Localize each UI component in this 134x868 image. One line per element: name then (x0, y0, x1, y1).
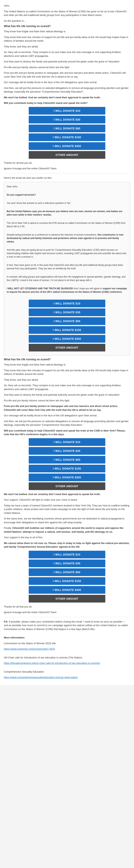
donate-section-2: I WILL DONATE $10 I WILL DONATE $30 I WI… (4, 438, 130, 490)
donate-60-btn-2[interactable]: I WILL DONATE $60 (29, 456, 105, 464)
donate-30-btn-3[interactable]: I WILL DONATE $30 (29, 560, 105, 567)
donate-other-btn-inner[interactable]: OTHER AMOUNT (29, 344, 105, 351)
donate-60-btn-1[interactable]: I WILL DONATE $60 (29, 125, 105, 132)
inner-para-2: But the United Nations says you do becau… (7, 210, 127, 217)
commission-link-label: Commission on the Status of Women 2023 s… (4, 642, 130, 645)
donate-10-btn-2[interactable]: I WILL DONATE $10 (29, 438, 105, 446)
inner-email: Dear John, Do you support terrorists? Yo… (4, 182, 130, 355)
more-info-label: More Information: (4, 636, 130, 640)
scared-para-4: So, they call us terrorists. They conspi… (4, 50, 130, 58)
contribute-question-1: Will you contribute today to help Citize… (4, 101, 130, 105)
s2-para-12: Finally, CitizenGO will mobilize our mil… (4, 526, 130, 534)
s2-para-11: At the same time, we are identifying cou… (4, 517, 130, 524)
here-is-email: Here's the email we sent you earlier on … (4, 176, 130, 180)
donate-150-btn-1[interactable]: I WILL DONATE $150 (29, 133, 105, 141)
inner-greeting: Dear John, (7, 185, 127, 188)
inner-para-4: Despite being promoted as a conference t… (7, 233, 127, 243)
s2-para-2: They know that even five minutes of supp… (4, 369, 130, 376)
support-para: Your support, CitizenGO will fight to ma… (4, 498, 130, 502)
s2-para-1: They know how fragile and false their ra… (4, 363, 130, 367)
scared-para-8: Our message will be boldly thrust in the… (4, 81, 130, 84)
s2-para-13: Your support is the key to all of this. (4, 535, 130, 539)
scared-para-7: From pro-life and pro-family posters to … (4, 71, 130, 79)
commission-url[interactable]: https://www.unwomen.org/en/csw/csw67-202… (4, 647, 55, 650)
donate-10-btn-inner[interactable]: I WILL DONATE $10 (29, 300, 105, 307)
s2-para-8: Our message will be boldly thrust in the… (4, 414, 130, 417)
s2-para-6: Pro-life and pro-family citizens cannot … (4, 399, 130, 403)
un-chair-label: UN Chair calls for Introduction of sex e… (4, 656, 130, 659)
s2-para-7: From pro-life and pro-family posters to … (4, 404, 130, 412)
scared-para-2: They know that even five minutes of supp… (4, 35, 130, 43)
scared-para-1: They know how fragile and false their ra… (4, 30, 130, 33)
donate-30-btn-1[interactable]: I WILL DONATE $30 (29, 116, 105, 123)
donate-section-inner: I WILL DONATE $10 I WILL DONATE $30 I WI… (7, 300, 127, 351)
inner-para-5: And this year, they are going all-out to… (7, 248, 127, 258)
donate-section-1: I WILL DONATE $10 I WILL DONATE $30 I WI… (4, 107, 130, 159)
signature-1: Ignacio Arsuaga and the entire CitizenGO… (4, 166, 130, 170)
donate-150-btn-inner[interactable]: I WILL DONATE $150 (29, 326, 105, 334)
donate-60-btn-3[interactable]: I WILL DONATE $60 (29, 568, 105, 576)
inner-para-3: The UN in New York is about to convene t… (7, 221, 127, 228)
signature-2: Ignacio Arsuaga and the entire CitizenGO… (4, 611, 130, 614)
donate-30-btn-2[interactable]: I WILL DONATE $30 (29, 447, 105, 455)
donate-10-btn-1[interactable]: I WILL DONATE $10 (29, 107, 105, 115)
scared-para-6: Pro-life and pro-family citizens cannot … (4, 65, 130, 69)
donate-other-btn-2[interactable]: OTHER AMOUNT (29, 483, 105, 490)
thanks-line-1: Thanks for all that you do. (4, 161, 130, 165)
donate-other-btn-1[interactable]: OTHER AMOUNT (29, 151, 105, 159)
donate-300-btn-1[interactable]: I WILL DONATE $300 (29, 142, 105, 150)
intro-para-1: The United Nations so-called Commission … (4, 9, 130, 17)
inner-para-6: In fact, they have gone so far in this p… (7, 264, 127, 270)
donate-other-btn-3[interactable]: OTHER AMOUNT (29, 595, 105, 602)
donate-300-btn-inner[interactable]: I WILL DONATE $300 (29, 335, 105, 343)
scared-para-5: And they want to destroy the family and … (4, 60, 130, 64)
section-title-scared: What has the UN running so scared? (4, 25, 130, 28)
un-chair-link[interactable]: https://thenationonlineng.net/un-chair-c… (4, 661, 130, 665)
s2-contribute-question: Will you contribute today to help Citize… (4, 429, 130, 436)
cse-link[interactable]: https://www.comprehensivesexualityeducat… (4, 676, 130, 679)
s2-para-4: So, they call us terrorists. They conspi… (4, 383, 130, 391)
inner-bold-statement: I WILL NOT LET CITIZENGO AND THE TRUTH B… (7, 287, 127, 294)
inner-para-7: In contrast, left-wing groups and organi… (7, 275, 127, 282)
inner-para-1: You and I know the answer to such a ridi… (7, 202, 127, 205)
commission-link[interactable]: https://www.unwomen.org/en/csw/csw67-202… (4, 647, 130, 651)
section-title-scared-2: What has the UN running so scared? (4, 358, 130, 361)
donate-300-btn-3[interactable]: I WILL DONATE $300 (29, 586, 105, 594)
donate-150-btn-2[interactable]: I WILL DONATE $150 (29, 465, 105, 472)
s2-para-14: We cannot allow them to roll over us. Pl… (4, 541, 130, 549)
intro-para-2: So the question is... (4, 19, 130, 23)
un-chair-url[interactable]: https://thenationonlineng.net/un-chair-c… (4, 662, 100, 664)
email-container: John, The United Nations so-called Commi… (0, 0, 134, 685)
s2-para-3: They know, and they are afraid. (4, 378, 130, 382)
inner-question: Do you support terrorists? (7, 193, 127, 196)
cse-label: Comprehensive Sexuality Education: (4, 670, 130, 674)
scared-para-3: They know, and they are afraid. (4, 45, 130, 49)
donate-10-btn-3[interactable]: I WILL DONATE $10 (29, 551, 105, 558)
s2-para-9: And then, we will put the pressure on se… (4, 420, 130, 427)
s2-para-10: Today we have a team of trained CitizenG… (4, 504, 130, 515)
donate-30-btn-inner[interactable]: I WILL DONATE $30 (29, 308, 105, 316)
donate-60-btn-inner[interactable]: I WILL DONATE $60 (29, 317, 105, 325)
wont-be-bullied-1: We won't be bullied. And we certainly do… (4, 96, 130, 99)
s2-para-5: And they want to destroy the family and … (4, 393, 130, 397)
greeting-line: John, (4, 4, 130, 8)
donate-section-3: I WILL DONATE $10 I WILL DONATE $30 I WI… (4, 551, 130, 602)
ps-note: P.S. If possible, please make your contr… (4, 620, 130, 631)
thanks-line-2: Thanks for all that you do. (4, 605, 130, 609)
cse-url[interactable]: https://www.comprehensivesexualityeducat… (4, 676, 78, 679)
donate-300-btn-2[interactable]: I WILL DONATE $300 (29, 473, 105, 481)
wont-be-bullied-2: We won't be bullied. And we certainly do… (4, 492, 130, 496)
scared-para-9: And then, we will put the pressure on se… (4, 86, 130, 94)
donate-150-btn-3[interactable]: I WILL DONATE $150 (29, 577, 105, 585)
